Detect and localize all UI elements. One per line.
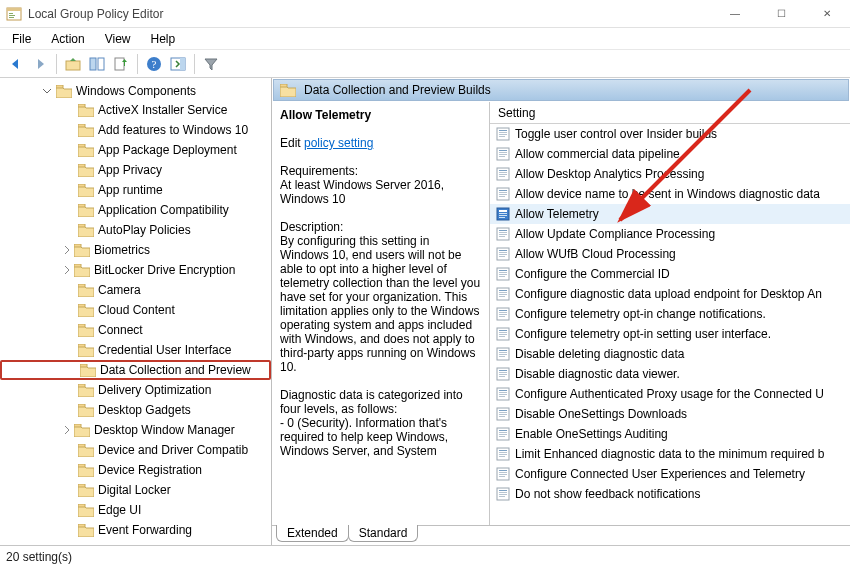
policy-icon: [496, 267, 510, 281]
svg-rect-76: [499, 274, 507, 275]
tree-item[interactable]: Data Collection and Preview: [0, 360, 271, 380]
svg-rect-110: [499, 412, 507, 413]
maximize-button[interactable]: ☐: [758, 0, 804, 28]
help-button[interactable]: ?: [143, 53, 165, 75]
tree-item[interactable]: Camera: [0, 280, 271, 300]
tree-item[interactable]: Cloud Content: [0, 300, 271, 320]
tree-item[interactable]: Application Compatibility: [0, 200, 271, 220]
setting-row[interactable]: Configure diagnostic data upload endpoin…: [490, 284, 850, 304]
tree-item[interactable]: App Privacy: [0, 160, 271, 180]
menu-action[interactable]: Action: [41, 30, 94, 48]
tree-pane[interactable]: Windows Components ActiveX Installer Ser…: [0, 78, 272, 545]
show-hide-action-pane-button[interactable]: [167, 53, 189, 75]
svg-rect-82: [499, 296, 505, 297]
setting-row[interactable]: Configure the Commercial ID: [490, 264, 850, 284]
setting-row[interactable]: Configure telemetry opt-in setting user …: [490, 324, 850, 344]
tree-item[interactable]: Edge UI: [0, 500, 271, 520]
policy-icon: [496, 427, 510, 441]
svg-rect-95: [499, 352, 507, 353]
separator: [194, 54, 195, 74]
svg-rect-109: [499, 410, 507, 411]
settings-column-header[interactable]: Setting: [490, 102, 850, 124]
svg-rect-115: [499, 432, 507, 433]
setting-label: Configure Connected User Experiences and…: [515, 467, 805, 481]
tree-item[interactable]: Delivery Optimization: [0, 380, 271, 400]
setting-row[interactable]: Do not show feedback notifications: [490, 484, 850, 504]
setting-row[interactable]: Toggle user control over Insider builds: [490, 124, 850, 144]
svg-rect-44: [499, 150, 507, 151]
menu-file[interactable]: File: [2, 30, 41, 48]
folder-icon: [78, 184, 94, 197]
separator: [137, 54, 138, 74]
setting-row[interactable]: Disable diagnostic data viewer.: [490, 364, 850, 384]
export-list-button[interactable]: [110, 53, 132, 75]
tree-item[interactable]: Device Registration: [0, 460, 271, 480]
folder-icon: [74, 264, 90, 277]
svg-rect-70: [499, 252, 507, 253]
detail-column[interactable]: Allow Telemetry Edit policy setting Requ…: [272, 102, 490, 525]
setting-row[interactable]: Allow Desktop Analytics Processing: [490, 164, 850, 184]
setting-row[interactable]: Limit Enhanced diagnostic data to the mi…: [490, 444, 850, 464]
svg-rect-45: [499, 152, 507, 153]
svg-rect-32: [78, 444, 85, 447]
menu-help[interactable]: Help: [141, 30, 186, 48]
svg-rect-39: [499, 130, 507, 131]
folder-icon: [78, 404, 94, 417]
settings-list-body[interactable]: Toggle user control over Insider buildsA…: [490, 124, 850, 525]
svg-rect-49: [499, 170, 507, 171]
arrow-right-icon: [32, 56, 48, 72]
tab-standard[interactable]: Standard: [348, 525, 419, 542]
setting-row[interactable]: Allow Telemetry: [490, 204, 850, 224]
window-title: Local Group Policy Editor: [28, 7, 712, 21]
setting-row[interactable]: Configure telemetry opt-in change notifi…: [490, 304, 850, 324]
show-hide-console-tree-button[interactable]: [86, 53, 108, 75]
up-button[interactable]: [62, 53, 84, 75]
svg-rect-65: [499, 232, 507, 233]
setting-row[interactable]: Allow device name to be sent in Windows …: [490, 184, 850, 204]
minimize-button[interactable]: —: [712, 0, 758, 28]
tree-root[interactable]: Windows Components: [0, 82, 271, 100]
setting-row[interactable]: Allow WUfB Cloud Processing: [490, 244, 850, 264]
svg-rect-26: [78, 324, 85, 327]
setting-row[interactable]: Disable deleting diagnostic data: [490, 344, 850, 364]
tree-item[interactable]: App runtime: [0, 180, 271, 200]
tab-extended[interactable]: Extended: [276, 525, 349, 542]
folder-icon: [78, 484, 94, 497]
setting-row[interactable]: Allow Update Compliance Processing: [490, 224, 850, 244]
filter-button[interactable]: [200, 53, 222, 75]
tree-item[interactable]: Biometrics: [0, 240, 271, 260]
menu-view[interactable]: View: [95, 30, 141, 48]
tree-item[interactable]: Event Forwarding: [0, 520, 271, 540]
setting-row[interactable]: Allow commercial data pipeline: [490, 144, 850, 164]
tree-item-label: Delivery Optimization: [98, 383, 211, 397]
svg-rect-79: [499, 290, 507, 291]
tree-item[interactable]: Credential User Interface: [0, 340, 271, 360]
tree-item[interactable]: Device and Driver Compatib: [0, 440, 271, 460]
setting-row[interactable]: Configure Authenticated Proxy usage for …: [490, 384, 850, 404]
tree-item[interactable]: AutoPlay Policies: [0, 220, 271, 240]
tree-item[interactable]: Desktop Window Manager: [0, 420, 271, 440]
setting-row[interactable]: Configure Connected User Experiences and…: [490, 464, 850, 484]
svg-rect-24: [78, 284, 85, 287]
svg-rect-114: [499, 430, 507, 431]
tree-item[interactable]: ActiveX Installer Service: [0, 100, 271, 120]
policy-icon: [496, 307, 510, 321]
setting-row[interactable]: Enable OneSettings Auditing: [490, 424, 850, 444]
tree-item-label: Desktop Window Manager: [94, 423, 235, 437]
panes-icon: [89, 56, 105, 72]
svg-rect-90: [499, 332, 507, 333]
setting-label: Allow Desktop Analytics Processing: [515, 167, 704, 181]
tree-item[interactable]: Digital Locker: [0, 480, 271, 500]
tree-item[interactable]: App Package Deployment: [0, 140, 271, 160]
back-button[interactable]: [5, 53, 27, 75]
setting-row[interactable]: Disable OneSettings Downloads: [490, 404, 850, 424]
tree-item[interactable]: Connect: [0, 320, 271, 340]
edit-policy-link[interactable]: policy setting: [304, 136, 373, 150]
tree-item[interactable]: BitLocker Drive Encryption: [0, 260, 271, 280]
svg-rect-36: [78, 524, 85, 527]
tree-item[interactable]: Add features to Windows 10: [0, 120, 271, 140]
main-area: Windows Components ActiveX Installer Ser…: [0, 78, 850, 545]
tree-item[interactable]: Desktop Gadgets: [0, 400, 271, 420]
forward-button[interactable]: [29, 53, 51, 75]
close-button[interactable]: ✕: [804, 0, 850, 28]
